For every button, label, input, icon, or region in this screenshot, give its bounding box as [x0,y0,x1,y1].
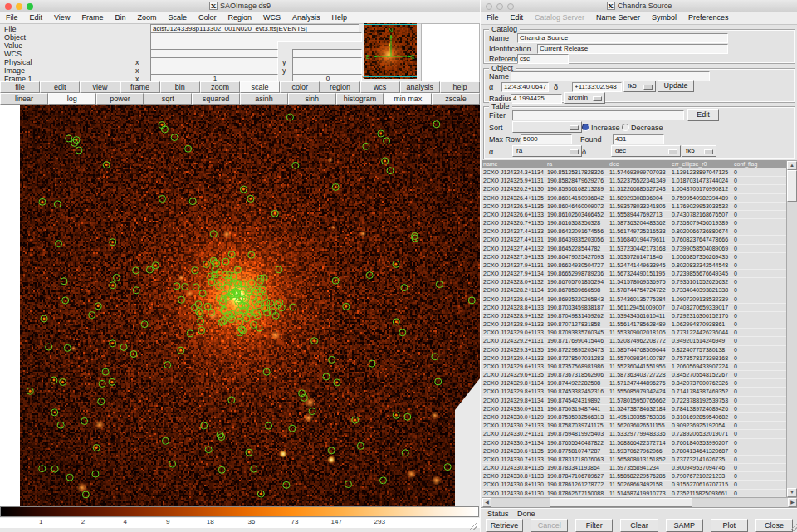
samp-button[interactable]: SAMP [666,519,703,532]
toolbar-scale[interactable]: scale [240,81,280,93]
plot-button[interactable]: Plot [711,519,748,532]
column-header-err_ellipse_r0[interactable]: err_ellipse_r0 [670,160,732,168]
ra-column-dropdown[interactable]: ra [512,145,582,157]
menu-edit[interactable]: Edit [505,12,530,22]
menu-file[interactable]: File [481,12,505,22]
table-row[interactable]: 2CXO J124329.3+1135190.8722989520347311.… [482,346,786,354]
table-row[interactable]: 2CXO J124330.8+1130190.8786126127877211.… [482,481,786,489]
column-header-ra[interactable]: ra [545,160,608,168]
catalog-name-field[interactable]: Chandra Source [517,33,728,43]
scale-sinh[interactable]: sinh [288,93,336,105]
table-row[interactable]: 2CXO J124329.0+1133190.8709383576034511.… [482,329,786,337]
identification-field[interactable]: Current Release [537,44,728,54]
catalog-resize-grip[interactable] [790,524,797,531]
table-row[interactable]: 2CXO J124327.9+1134190.8665299878923611.… [482,270,786,278]
table-row[interactable]: 2CXO J124328.0+1132190.8670570185529411.… [482,278,786,286]
table-vertical-scrollbar[interactable]: ▲ ▼ [786,160,797,498]
scale-asinh[interactable]: asinh [240,93,288,105]
table-row[interactable]: 2CXO J124329.6+1135190.8736731856290611.… [482,371,786,379]
table-row[interactable]: 2CXO J124326.7+1135190.861636835632811.5… [482,219,786,227]
table-row[interactable]: 2CXO J124329.8+1133190.8745338245231611.… [482,388,786,396]
toolbar-edit[interactable]: edit [40,81,80,93]
sky-image[interactable] [0,105,480,506]
scale-zscale[interactable]: zscale [432,93,480,105]
scale-log[interactable]: log [48,93,96,105]
table-row[interactable]: 2CXO J124330.8+1130190.8786267715008811.… [482,490,786,496]
menu-file[interactable]: File [0,12,24,22]
menu-region[interactable]: Region [222,12,257,22]
table-row[interactable]: 2CXO J124327.9+1131190.8663493050472711.… [482,261,786,270]
scale-min-max[interactable]: min max [384,93,432,105]
alpha-field[interactable]: 12:43:40.0647 [501,82,549,92]
scale-squared[interactable]: squared [192,93,240,105]
table-row[interactable]: 2CXO J124329.8+1134190.874492228250811.5… [482,379,786,388]
menu-name-server[interactable]: Name Server [590,12,646,22]
edit-button[interactable]: Edit [687,109,719,121]
coordinate-frame-dropdown[interactable]: fk5 [623,81,656,92]
table-row[interactable]: 2CXO J124327.5+1133190.8647902542709311.… [482,253,786,261]
menu-zoom[interactable]: Zoom [131,12,162,22]
toolbar-zoom[interactable]: zoom [200,81,240,93]
decrease-radio[interactable] [622,124,629,131]
column-header-dec[interactable]: dec [608,160,670,168]
menu-analysis[interactable]: Analysis [286,12,326,22]
menu-help[interactable]: Help [326,12,354,22]
reference-field[interactable]: csc [517,54,569,64]
menu-color[interactable]: Color [193,12,222,22]
scroll-left-icon[interactable]: ◀ [482,498,491,507]
horizontal-scroll-thumb[interactable] [550,498,692,507]
menu-scale[interactable]: Scale [162,12,193,22]
table-row[interactable]: 2CXO J124330.0+1131190.875031948744111.5… [482,405,786,413]
panner[interactable] [364,23,417,79]
table-row[interactable]: 2CXO J124325.9+1131190.8582847962927611.… [482,177,786,185]
table-frame-dropdown[interactable]: fk5 [682,145,716,157]
table-row[interactable]: 2CXO J124327.4+1133190.8643209167455611.… [482,227,786,236]
menu-frame[interactable]: Frame [76,12,109,22]
menu-bin[interactable]: Bin [109,12,131,22]
toolbar-analysis[interactable]: analysis [400,81,440,93]
table-row[interactable]: 2CXO J124329.6+1133190.8735756898198611.… [482,363,786,371]
table-row[interactable]: 2CXO J124330.7+1133190.8783171807606311.… [482,456,786,464]
menu-view[interactable]: View [48,12,76,22]
max-rows-field[interactable]: 5000 [521,134,572,144]
radius-unit-dropdown[interactable]: arcmin [564,92,605,104]
close-button[interactable]: Close [755,519,793,532]
radius-field[interactable]: 4.1994425 [511,94,562,104]
colorbar[interactable] [0,506,479,517]
table-row[interactable]: 2CXO J124326.6+1133190.8610260346645211.… [482,211,786,219]
table-row[interactable]: 2CXO J124324.3+1134190.8513531782832611.… [482,168,786,177]
menu-symbol[interactable]: Symbol [646,12,682,22]
menu-preferences[interactable]: Preferences [682,12,735,22]
filter-button[interactable]: Filter [575,519,613,532]
sort-dropdown[interactable] [512,121,582,133]
scale-power[interactable]: power [96,93,144,105]
table-row[interactable]: 2CXO J124326.5+1135190.8604646000907211.… [482,203,786,211]
table-row[interactable]: 2CXO J124328.9+1133190.870712783185811.5… [482,320,786,329]
update-button[interactable]: Update [658,80,694,92]
vertical-scroll-thumb[interactable] [787,170,797,202]
column-header-conf_flag[interactable]: conf_flag [732,160,770,168]
ds9-resize-grip[interactable] [470,522,477,530]
table-row[interactable]: 2CXO J124330.8+1135190.878334119386411.5… [482,464,786,472]
scroll-down-icon[interactable]: ▼ [787,488,797,497]
magnifier[interactable] [421,23,480,81]
table-row[interactable]: 2CXO J124328.8+1133190.8703345983818711.… [482,304,786,312]
filter-field[interactable] [512,110,684,120]
table-row[interactable]: 2CXO J124330.8+1133190.8784710678962711.… [482,472,786,481]
increase-radio[interactable] [582,124,589,131]
table-row[interactable]: 2CXO J124328.9+1132190.8704983145926211.… [482,312,786,320]
toolbar-color[interactable]: color [280,81,320,93]
table-row[interactable]: 2CXO J124330.2+1133190.8758703974117511.… [482,422,786,430]
table-row[interactable]: 2CXO J124328.6+1134190.8693522026584311.… [482,295,786,304]
scale-histogram[interactable]: histogram [336,93,384,105]
column-header-name[interactable]: name [482,160,545,168]
table-row[interactable]: 2CXO J124327.4+1132190.864522854478211.5… [482,245,786,253]
table-row[interactable]: 2CXO J124330.6+1135190.877581074728711.5… [482,447,786,456]
menu-wcs[interactable]: WCS [257,12,286,22]
toolbar-view[interactable]: view [80,81,120,93]
delta-field[interactable]: +11:33:02.948 [572,82,622,92]
table-row[interactable]: 2CXO J124329.2+1131190.8717699041544611.… [482,337,786,345]
dec-column-dropdown[interactable]: dec [611,145,681,157]
scale-sqrt[interactable]: sqrt [144,93,192,105]
ds9-titlebar[interactable]: XSAOImage ds9 [0,0,480,13]
